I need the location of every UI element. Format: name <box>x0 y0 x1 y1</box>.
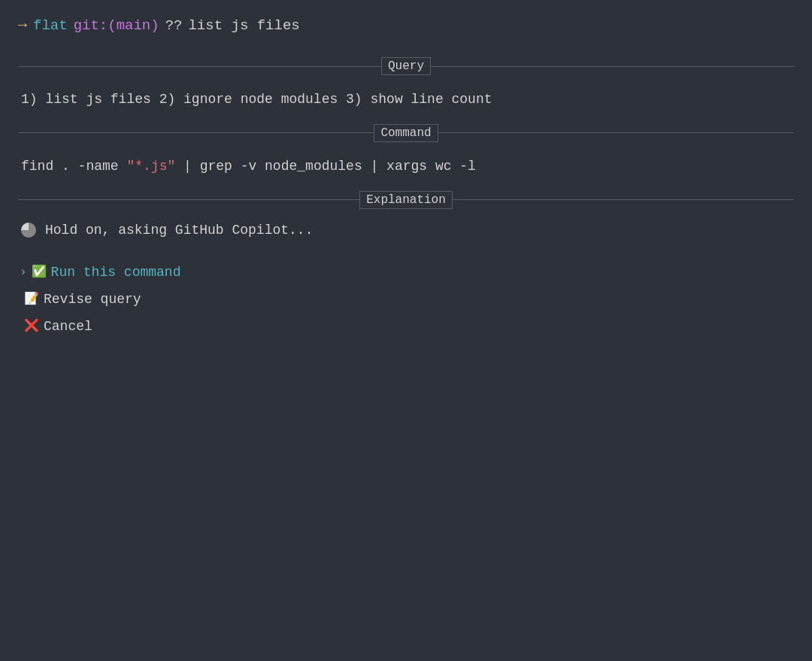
explanation-divider-right <box>453 199 794 200</box>
command-divider-left <box>18 132 374 133</box>
action-menu: ›✅Run this command 📝Revise query ❌Cancel <box>18 259 794 340</box>
query-divider: Query <box>18 57 794 75</box>
prompt-path: flat <box>33 16 68 36</box>
explanation-divider: Explanation <box>18 191 794 209</box>
command-divider: Command <box>18 124 794 142</box>
query-divider-left <box>18 66 381 67</box>
prompt-query-prefix: ?? <box>165 16 183 36</box>
command-part-1: find . -name <box>21 159 126 174</box>
query-content: 1) list js files 2) ignore node modules … <box>18 89 794 111</box>
query-label: Query <box>381 57 431 75</box>
menu-icon-0: ✅ <box>32 260 47 284</box>
menu-label-0: Run this command <box>51 259 181 286</box>
prompt-line: → flat git:(main) ?? list js files <box>18 15 794 36</box>
loading-spinner <box>21 223 36 238</box>
menu-label-2: Cancel <box>44 313 92 340</box>
command-divider-right <box>438 132 794 133</box>
explanation-divider-left <box>18 199 359 200</box>
explanation-content: Hold on, asking GitHub Copilot... <box>18 223 794 238</box>
menu-label-1: Revise query <box>44 286 141 313</box>
menu-icon-2: ❌ <box>24 314 39 338</box>
menu-item-2[interactable]: ❌Cancel <box>18 313 794 340</box>
explanation-label: Explanation <box>359 191 453 209</box>
command-content: find . -name "*.js" | grep -v node_modul… <box>18 156 794 177</box>
git-branch: (main) <box>108 17 159 34</box>
prompt-git: git:(main) <box>74 16 159 36</box>
git-label: git: <box>74 17 108 34</box>
command-part-2: "*.js" <box>126 159 175 174</box>
menu-item-0[interactable]: ›✅Run this command <box>18 259 794 286</box>
command-label: Command <box>374 124 438 142</box>
menu-chevron-0: › <box>20 260 27 284</box>
menu-item-1[interactable]: 📝Revise query <box>18 286 794 313</box>
query-divider-right <box>431 66 794 67</box>
prompt-query-text: list js files <box>188 16 299 36</box>
command-part-3: | grep -v node_modules | xargs wc -l <box>175 159 476 174</box>
loading-text: Hold on, asking GitHub Copilot... <box>45 223 313 238</box>
menu-icon-1: 📝 <box>24 287 39 311</box>
prompt-arrow: → <box>18 15 27 36</box>
